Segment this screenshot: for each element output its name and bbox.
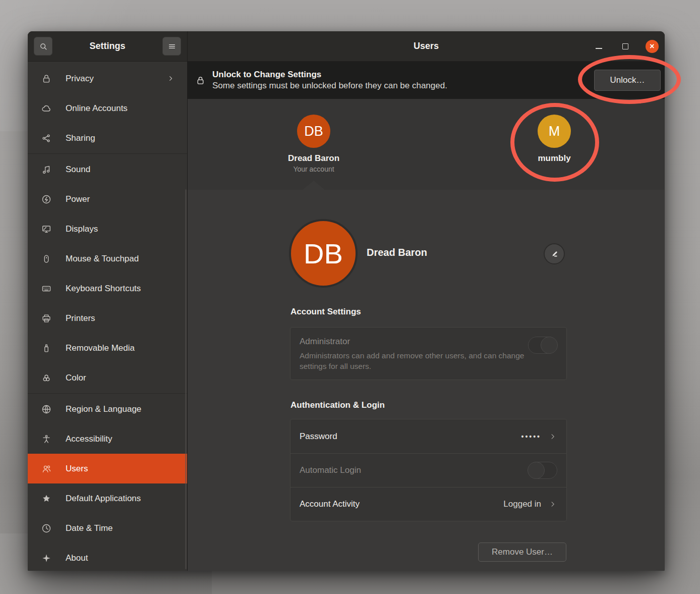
- close-icon: ×: [650, 42, 654, 50]
- sidebar-item-date-time[interactable]: Date & Time: [28, 513, 187, 543]
- maximize-button[interactable]: [619, 40, 632, 53]
- chevron-right-icon: [548, 500, 557, 509]
- sidebar-item-label: Displays: [66, 224, 98, 234]
- sidebar-item-label: Removable Media: [66, 343, 135, 353]
- display-icon: [41, 224, 52, 235]
- sidebar-item-default-applications[interactable]: Default Applications: [28, 483, 187, 513]
- administrator-row: AdministratorAdministrators can add and …: [290, 328, 566, 380]
- hamburger-menu-icon: [167, 41, 177, 51]
- toggle-knob: [528, 462, 545, 479]
- sidebar-item-label: Sharing: [66, 133, 95, 143]
- lock-icon: [41, 73, 52, 84]
- password-row[interactable]: Password•••••: [290, 419, 566, 453]
- sidebar-list: PrivacyOnline AccountsSharingSoundPowerD…: [28, 62, 187, 571]
- sidebar-item-displays[interactable]: Displays: [28, 214, 187, 244]
- music-note-icon: [41, 164, 52, 175]
- main-panel: Users × Unlock to Change Settings Some s…: [188, 31, 665, 571]
- sidebar-item-accessibility[interactable]: Accessibility: [28, 424, 187, 454]
- titlebar: Users ×: [188, 31, 665, 62]
- keyboard-icon: [41, 283, 52, 294]
- card-authentication-login: Password•••••Automatic LoginAccount Acti…: [290, 419, 567, 521]
- search-icon: [38, 41, 48, 51]
- sidebar-item-label: Power: [66, 194, 90, 204]
- minimize-button[interactable]: [592, 40, 605, 53]
- row-value: Logged in: [503, 499, 541, 509]
- sidebar-item-about[interactable]: About: [28, 543, 187, 571]
- sidebar-item-privacy[interactable]: Privacy: [28, 64, 187, 93]
- sidebar-divider: [28, 393, 187, 394]
- window-controls: ×: [592, 40, 665, 53]
- share-icon: [41, 133, 52, 144]
- sidebar-item-label: Printers: [66, 313, 95, 323]
- sidebar-header: Settings: [28, 31, 187, 62]
- user-card-dread-baron[interactable]: DBDread BaronYour account: [273, 99, 354, 190]
- user-name: Dread Baron: [288, 153, 339, 164]
- star-icon: [41, 493, 52, 504]
- sidebar-item-printers[interactable]: Printers: [28, 303, 187, 333]
- users-icon: [41, 463, 52, 474]
- section-heading-authentication-login: Authentication & Login: [290, 400, 385, 410]
- unlock-button[interactable]: Unlock…: [594, 70, 661, 91]
- mouse-icon: [41, 253, 52, 264]
- sidebar-title: Settings: [52, 41, 162, 51]
- power-icon: [41, 194, 52, 205]
- sidebar-item-color[interactable]: Color: [28, 363, 187, 393]
- sidebar-item-users[interactable]: Users: [28, 454, 187, 483]
- chevron-right-icon: [548, 432, 557, 441]
- sidebar-item-label: Default Applications: [66, 494, 141, 504]
- sidebar-item-online-accounts[interactable]: Online Accounts: [28, 93, 187, 123]
- cloud-icon: [41, 103, 52, 114]
- unlock-banner-subtitle: Some settings must be unlocked before th…: [212, 81, 447, 91]
- sidebar-item-label: Accessibility: [66, 434, 112, 444]
- menu-button[interactable]: [162, 37, 181, 56]
- unlock-banner: Unlock to Change Settings Some settings …: [188, 62, 665, 99]
- minimize-icon: [596, 48, 602, 49]
- sidebar-item-label: Date & Time: [66, 523, 113, 533]
- settings-window: Settings PrivacyOnline AccountsSharingSo…: [28, 31, 665, 571]
- chevron-right-icon: [166, 74, 175, 83]
- sidebar-item-label: Users: [66, 464, 88, 474]
- section-heading-account-settings: Account Settings: [290, 307, 361, 317]
- lock-icon: [195, 75, 206, 86]
- sidebar-item-label: Color: [66, 373, 86, 383]
- sidebar-item-region-language[interactable]: Region & Language: [28, 394, 187, 424]
- sidebar-item-mouse-touchpad[interactable]: Mouse & Touchpad: [28, 244, 187, 274]
- toggle-knob: [541, 337, 558, 354]
- maximize-icon: [622, 43, 628, 49]
- globe-icon: [41, 404, 52, 415]
- close-button[interactable]: ×: [646, 40, 659, 53]
- clock-icon: [41, 523, 52, 534]
- row-label: Automatic Login: [300, 465, 361, 475]
- profile-name: Dread Baron: [367, 247, 427, 258]
- sidebar: Settings PrivacyOnline AccountsSharingSo…: [28, 31, 188, 571]
- edit-name-button[interactable]: [544, 243, 565, 264]
- sidebar-item-removable-media[interactable]: Removable Media: [28, 333, 187, 363]
- printer-icon: [41, 313, 52, 324]
- sidebar-item-power[interactable]: Power: [28, 184, 187, 214]
- user-name: mumbly: [538, 153, 570, 164]
- chevron-right-icon: [548, 500, 557, 509]
- unlock-banner-text: Unlock to Change Settings Some settings …: [212, 70, 447, 91]
- sidebar-item-label: About: [66, 553, 88, 563]
- remove-user-button[interactable]: Remove User…: [478, 543, 566, 562]
- chevron-right-icon: [166, 74, 175, 83]
- automatic-login-toggle[interactable]: [528, 462, 557, 479]
- row-label: Password: [300, 431, 337, 442]
- sidebar-scrollbar[interactable]: [185, 189, 187, 569]
- avatar: DB: [297, 115, 330, 148]
- automatic-login-row: Automatic Login: [290, 453, 566, 487]
- user-card-mumbly[interactable]: Mmumbly: [514, 99, 595, 190]
- row-label: Administrator: [300, 337, 528, 347]
- flash-drive-icon: [41, 343, 52, 354]
- sidebar-item-label: Privacy: [66, 74, 94, 84]
- administrator-toggle[interactable]: [528, 337, 557, 354]
- sidebar-item-keyboard-shortcuts[interactable]: Keyboard Shortcuts: [28, 274, 187, 303]
- user-subtitle: Your account: [293, 165, 334, 173]
- sidebar-item-sharing[interactable]: Sharing: [28, 123, 187, 153]
- sidebar-item-sound[interactable]: Sound: [28, 154, 187, 184]
- row-description: Administrators can add and remove other …: [300, 350, 528, 372]
- search-button[interactable]: [34, 37, 52, 56]
- row-value: •••••: [521, 433, 541, 441]
- account-activity-row[interactable]: Account ActivityLogged in: [290, 487, 566, 521]
- sidebar-item-label: Keyboard Shortcuts: [66, 284, 141, 294]
